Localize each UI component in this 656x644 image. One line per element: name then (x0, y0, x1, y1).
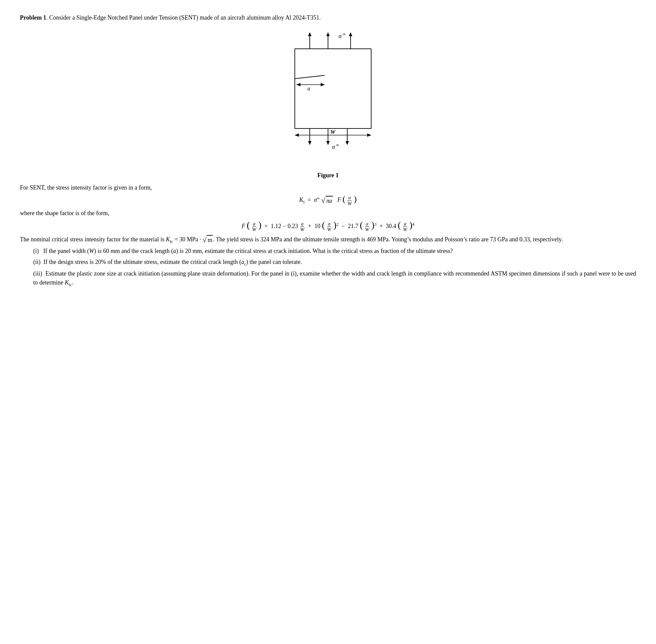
svg-rect-8 (295, 49, 371, 129)
svg-text:σ: σ (339, 33, 342, 40)
svg-marker-25 (346, 141, 349, 145)
f-formula: F ( a W ) = 1.12 − 0.23 a W + 10 ( a W )… (20, 221, 636, 232)
problem-title: Problem 1 (20, 14, 46, 21)
stress-intro: For SENT, the stress intensity factor is… (20, 183, 636, 192)
svg-text:W: W (330, 129, 336, 135)
svg-marker-21 (326, 141, 330, 145)
svg-text:a: a (308, 85, 310, 92)
problem-intro: Problem 1. Consider a Single-Edge Notche… (20, 13, 636, 22)
svg-text:∞: ∞ (343, 31, 346, 37)
material-props: The nominal critical stress intensity fa… (20, 235, 636, 245)
svg-marker-3 (326, 32, 330, 36)
ki-formula: KI = σ∞ √πa F ( a W ) (20, 195, 636, 206)
page-content: Problem 1. Consider a Single-Edge Notche… (20, 13, 636, 288)
svg-marker-16 (367, 134, 371, 137)
shape-factor-intro: where the shape factor is of the form, (20, 209, 636, 218)
svg-text:∞: ∞ (336, 142, 339, 147)
svg-marker-19 (308, 141, 311, 145)
part-ii-text: (ii) If the design stress is 20% of the … (33, 258, 636, 267)
figure-container: σ ∞ a W (20, 29, 636, 180)
svg-marker-15 (295, 134, 299, 137)
part-i-item: (i) If the panel width (W) is 60 mm and … (33, 247, 636, 288)
svg-marker-7 (349, 32, 352, 36)
part-iii-text: (iii) Estimate the plastic zone size at … (33, 269, 636, 288)
svg-text:σ: σ (332, 144, 335, 151)
svg-marker-1 (308, 32, 311, 36)
figure-diagram: σ ∞ a W (258, 29, 398, 168)
part-i-text: (i) If the panel width (W) is 60 mm and … (33, 247, 636, 256)
figure-caption: Figure 1 (317, 171, 339, 180)
